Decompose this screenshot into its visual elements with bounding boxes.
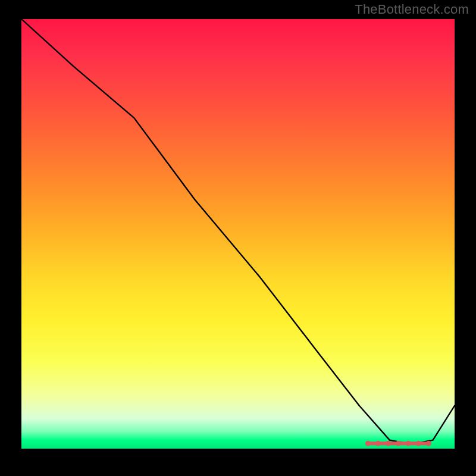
optimal-range-dot	[406, 441, 411, 446]
optimal-range-dot	[426, 441, 431, 446]
optimal-range-markers	[365, 441, 431, 446]
plot-area	[21, 19, 455, 449]
optimal-range-dot	[375, 441, 381, 446]
bottleneck-curve	[21, 19, 455, 444]
optimal-range-dot	[386, 441, 391, 446]
optimal-range-dot	[396, 441, 401, 446]
optimal-range-dot	[416, 441, 421, 446]
optimal-range-dot	[365, 441, 371, 446]
line-chart	[21, 19, 455, 449]
chart-frame: TheBottleneck.com	[0, 0, 476, 476]
watermark-text: TheBottleneck.com	[355, 2, 469, 17]
